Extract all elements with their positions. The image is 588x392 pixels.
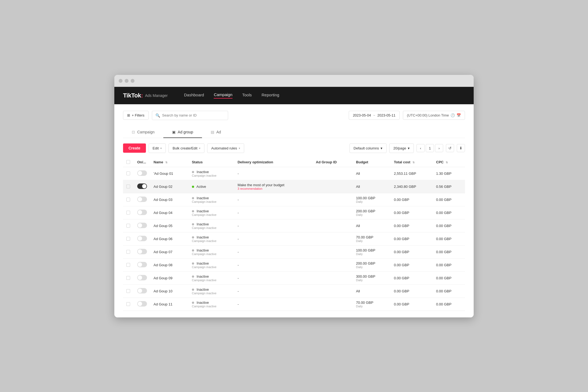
row-total-cost: 0.00 GBP: [394, 250, 409, 254]
row-budget-cell: All: [353, 180, 391, 193]
row-total-cost: 0.00 GBP: [394, 276, 409, 280]
row-adgroup-id-cell: [313, 298, 353, 311]
row-checkbox[interactable]: [126, 263, 130, 267]
nav-dashboard[interactable]: Dashboard: [184, 93, 204, 98]
row-adgroup-id-cell: [313, 284, 353, 298]
search-icon: 🔍: [155, 113, 160, 118]
row-status-cell: Inactive Campaign inactive: [189, 298, 234, 311]
row-name[interactable]: Ad Goup 11: [154, 302, 172, 306]
pagination: ‹ 1 ›: [416, 144, 443, 152]
row-name[interactable]: 'Ad Goup 01: [154, 171, 173, 176]
row-checkbox[interactable]: [126, 289, 130, 293]
row-status: Inactive: [197, 235, 209, 239]
select-all-checkbox[interactable]: [126, 160, 130, 164]
row-toggle-cell: [134, 258, 150, 271]
row-checkbox[interactable]: [126, 276, 130, 280]
search-input[interactable]: [162, 113, 225, 117]
date-range[interactable]: 2023-05-04 ~ 2023-05-11: [349, 111, 400, 120]
row-name[interactable]: Ad Goup 08: [154, 263, 172, 267]
row-checkbox[interactable]: [126, 224, 130, 228]
per-page-button[interactable]: 20/page ▾: [389, 143, 414, 153]
bulk-create-button[interactable]: Bulk create/Edit ▾: [169, 143, 204, 153]
row-status-cell: Inactive Campaign inactive: [189, 258, 234, 271]
row-status: Inactive: [197, 301, 209, 305]
row-toggle[interactable]: [137, 183, 147, 189]
row-checkbox[interactable]: [126, 198, 130, 201]
create-button[interactable]: Create: [123, 143, 146, 153]
row-toggle[interactable]: [137, 288, 147, 293]
cpc-header[interactable]: CPC ⇅: [433, 157, 465, 167]
tab-campaign[interactable]: ⊡ Campaign: [123, 127, 163, 138]
tab-ad[interactable]: ▤ Ad: [202, 127, 230, 138]
row-checkbox[interactable]: [126, 302, 130, 306]
current-page[interactable]: 1: [426, 144, 434, 152]
row-checkbox[interactable]: [126, 237, 130, 241]
row-delivery-cell: -: [234, 206, 313, 219]
timezone[interactable]: (UTC+00:00) London Time 🕐 📅: [403, 111, 465, 120]
search-box: 🔍: [152, 111, 228, 120]
nav-campaign[interactable]: Campaign: [214, 92, 232, 99]
edit-button[interactable]: Edit ▾: [149, 143, 166, 153]
row-name-cell: Ad Goup 03: [150, 193, 189, 206]
row-total-cost-cell: 0.00 GBP: [391, 219, 433, 232]
export-button[interactable]: ⬇: [457, 144, 465, 152]
row-name[interactable]: Ad Goup 10: [154, 289, 172, 293]
status-dot: [192, 223, 194, 225]
row-checkbox-cell: [123, 298, 134, 311]
row-name[interactable]: Ad Goup 07: [154, 250, 172, 254]
row-toggle[interactable]: [137, 197, 147, 202]
row-name[interactable]: Ad Goup 09: [154, 276, 172, 280]
close-button[interactable]: [119, 79, 122, 83]
row-toggle-cell: [134, 193, 150, 206]
minimize-button[interactable]: [125, 79, 128, 83]
row-budget: 300.00 GBP: [356, 274, 387, 278]
main-content: ⊞ + Filters 🔍 2023-05-04 ~ 2023-05-11 (U…: [114, 104, 474, 317]
row-budget-sub: Daily: [356, 252, 387, 256]
prev-page-button[interactable]: ‹: [416, 144, 425, 152]
name-header[interactable]: Name ⇅: [150, 157, 189, 167]
table-row: Ad Goup 07 Inactive Campaign inactive - …: [123, 245, 465, 258]
row-toggle[interactable]: [137, 275, 147, 280]
row-name[interactable]: Ad Goup 03: [154, 198, 172, 202]
nav-reporting[interactable]: Reporting: [262, 93, 279, 98]
row-name[interactable]: Ad Goup 04: [154, 211, 172, 215]
refresh-button[interactable]: ↺: [446, 144, 454, 152]
row-checkbox[interactable]: [126, 250, 130, 254]
row-toggle[interactable]: [137, 236, 147, 241]
status-dot: [192, 262, 194, 265]
total-cost-header[interactable]: Total cost ⇅: [391, 157, 433, 167]
row-toggle[interactable]: [137, 301, 147, 307]
row-checkbox[interactable]: [126, 185, 130, 188]
maximize-button[interactable]: [131, 79, 134, 83]
row-toggle[interactable]: [137, 249, 147, 254]
row-checkbox[interactable]: [126, 171, 130, 175]
row-cpc: 0.56 GBP: [436, 185, 451, 189]
filters-button[interactable]: ⊞ + Filters: [123, 111, 149, 120]
row-status: Inactive: [197, 222, 209, 226]
row-name-cell: Ad Goup 10: [150, 284, 189, 298]
filter-icon: ⊞: [127, 113, 130, 117]
row-toggle[interactable]: [137, 210, 147, 215]
row-toggle[interactable]: [137, 223, 147, 228]
cpc-sort-icon: ⇅: [446, 161, 448, 164]
columns-button[interactable]: Default columns ▾: [350, 143, 387, 153]
row-checkbox[interactable]: [126, 211, 130, 215]
row-toggle[interactable]: [137, 170, 147, 176]
brand-sub: Ads Manager: [145, 93, 168, 98]
row-status: Inactive: [197, 196, 209, 200]
nav-tools[interactable]: Tools: [242, 93, 252, 98]
tab-ad-group[interactable]: ▣ Ad group: [163, 127, 202, 138]
row-budget-cell: All: [353, 167, 391, 180]
row-checkbox-cell: [123, 284, 134, 298]
next-page-button[interactable]: ›: [435, 144, 443, 152]
row-budget-cell: 70.00 GBP Daily: [353, 232, 391, 245]
row-status-cell: Inactive Campaign inactive: [189, 219, 234, 232]
row-name[interactable]: Ad Goup 06: [154, 237, 172, 241]
row-name[interactable]: Ad Goup 02: [154, 185, 172, 189]
actions-row: Create Edit ▾ Bulk create/Edit ▾ Automat…: [123, 143, 465, 153]
row-toggle[interactable]: [137, 262, 147, 267]
row-delivery-cell: -: [234, 232, 313, 245]
row-budget-cell: 200.00 GBP Daily: [353, 206, 391, 219]
automated-rules-button[interactable]: Automated rules ▾: [207, 143, 244, 153]
row-name[interactable]: Ad Goup 05: [154, 224, 172, 228]
